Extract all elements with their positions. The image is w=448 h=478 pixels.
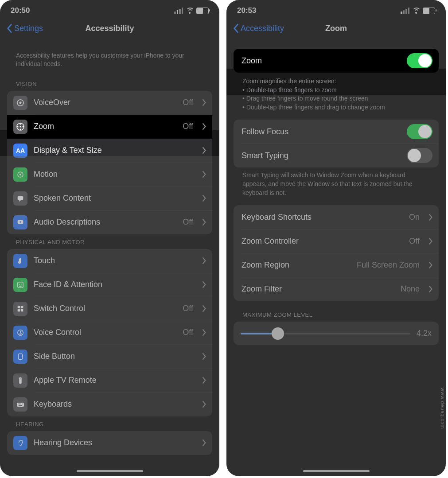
back-button[interactable]: Settings bbox=[6, 23, 43, 33]
smart-typing-toggle[interactable] bbox=[407, 148, 432, 163]
status-time: 20:50 bbox=[11, 6, 30, 15]
row-label: Zoom Controller bbox=[242, 237, 403, 246]
row-keyboard-shortcuts[interactable]: Keyboard Shortcuts On bbox=[234, 205, 439, 229]
row-label: Zoom bbox=[34, 122, 176, 131]
row-hearing-devices[interactable]: Hearing Devices bbox=[7, 431, 212, 455]
row-label: Smart Typing bbox=[242, 151, 401, 160]
spoken-content-icon bbox=[13, 191, 27, 206]
chevron-right-icon bbox=[202, 305, 206, 312]
row-label: Keyboard Shortcuts bbox=[242, 213, 403, 222]
group-zoom-toggle: Zoom bbox=[234, 49, 439, 73]
row-zoom[interactable]: Zoom Off bbox=[7, 115, 212, 139]
chevron-right-icon bbox=[202, 99, 206, 106]
row-faceid[interactable]: Face ID & Attention bbox=[7, 273, 212, 297]
section-header-physical: PHYSICAL AND MOTOR bbox=[7, 234, 212, 249]
chevron-left-icon bbox=[6, 23, 12, 33]
row-value: None bbox=[401, 284, 420, 294]
row-switch-control[interactable]: Switch Control Off bbox=[7, 297, 212, 321]
row-label: Voice Control bbox=[34, 328, 176, 337]
group-vision: VoiceOver Off Zoom Off AA Dis bbox=[7, 91, 212, 234]
svg-rect-13 bbox=[18, 282, 23, 288]
chevron-right-icon bbox=[202, 219, 206, 225]
chevron-right-icon bbox=[202, 171, 206, 178]
row-value: Off bbox=[183, 122, 193, 131]
chevron-left-icon bbox=[233, 23, 239, 33]
row-touch[interactable]: Touch bbox=[7, 249, 212, 273]
row-zoom-region[interactable]: Zoom Region Full Screen Zoom bbox=[234, 253, 439, 277]
chevron-right-icon bbox=[202, 147, 206, 154]
touch-icon bbox=[13, 254, 27, 268]
home-indicator[interactable] bbox=[303, 470, 370, 472]
row-value: Off bbox=[183, 304, 193, 313]
svg-point-15 bbox=[21, 284, 22, 285]
status-bar: 20:53 bbox=[226, 0, 446, 17]
svg-rect-18 bbox=[18, 309, 20, 311]
zoom-toggle[interactable] bbox=[407, 53, 432, 68]
row-voiceover[interactable]: VoiceOver Off bbox=[7, 91, 212, 115]
row-zoom-controller[interactable]: Zoom Controller Off bbox=[234, 229, 439, 253]
slider-value: 4.2x bbox=[417, 329, 432, 338]
row-label: VoiceOver bbox=[34, 98, 176, 107]
row-value: Off bbox=[183, 328, 193, 337]
chevron-right-icon bbox=[202, 439, 206, 446]
svg-rect-29 bbox=[20, 404, 21, 404]
status-time: 20:53 bbox=[237, 6, 256, 15]
row-spoken-content[interactable]: Spoken Content bbox=[7, 187, 212, 210]
audio-descriptions-icon bbox=[13, 215, 27, 229]
row-follow-focus[interactable]: Follow Focus bbox=[234, 120, 439, 144]
battery-icon bbox=[196, 8, 209, 14]
row-side-button[interactable]: Side Button bbox=[7, 345, 212, 369]
row-apple-tv-remote[interactable]: Apple TV Remote bbox=[7, 369, 212, 393]
svg-rect-24 bbox=[19, 377, 21, 384]
apple-tv-remote-icon bbox=[13, 373, 27, 388]
svg-point-12 bbox=[19, 221, 21, 223]
row-zoom-toggle[interactable]: Zoom bbox=[234, 49, 439, 73]
switch-control-icon bbox=[13, 302, 27, 316]
row-motion[interactable]: Motion bbox=[7, 163, 212, 187]
row-zoom-filter[interactable]: Zoom Filter None bbox=[234, 277, 439, 301]
row-label: Audio Descriptions bbox=[34, 218, 176, 227]
voice-control-icon bbox=[13, 326, 27, 340]
group-focus: Follow Focus Smart Typing bbox=[234, 120, 439, 167]
svg-rect-22 bbox=[19, 354, 23, 359]
svg-rect-21 bbox=[20, 330, 21, 333]
row-label: Face ID & Attention bbox=[34, 280, 193, 289]
svg-point-3 bbox=[20, 123, 21, 124]
chevron-right-icon bbox=[429, 286, 432, 292]
chevron-right-icon bbox=[202, 329, 206, 336]
svg-point-9 bbox=[19, 174, 21, 175]
section-header-vision: VISION bbox=[7, 76, 212, 91]
back-label: Settings bbox=[14, 24, 43, 33]
row-label: Keyboards bbox=[34, 400, 193, 409]
svg-point-1 bbox=[19, 101, 22, 104]
zoom-desc-item: Double-tap three fingers and drag to cha… bbox=[242, 103, 430, 112]
chevron-right-icon bbox=[429, 238, 432, 245]
row-display-text-size[interactable]: AA Display & Text Size bbox=[7, 139, 212, 163]
hearing-devices-icon bbox=[13, 436, 27, 450]
row-keyboards[interactable]: Keyboards bbox=[7, 393, 212, 416]
cellular-signal-icon bbox=[174, 8, 183, 14]
svg-rect-26 bbox=[17, 403, 24, 407]
svg-point-25 bbox=[20, 378, 21, 379]
group-zoom-options: Keyboard Shortcuts On Zoom Controller Of… bbox=[234, 205, 439, 301]
home-indicator[interactable] bbox=[77, 470, 143, 472]
svg-point-4 bbox=[20, 128, 21, 130]
row-voice-control[interactable]: Voice Control Off bbox=[7, 321, 212, 345]
row-smart-typing[interactable]: Smart Typing bbox=[234, 144, 439, 167]
svg-point-6 bbox=[23, 126, 24, 127]
row-audio-descriptions[interactable]: Audio Descriptions Off bbox=[7, 210, 212, 234]
keyboards-icon bbox=[13, 397, 27, 412]
wifi-icon bbox=[186, 8, 194, 14]
svg-rect-27 bbox=[18, 404, 19, 404]
row-label: Apple TV Remote bbox=[34, 376, 193, 385]
svg-rect-19 bbox=[21, 309, 23, 311]
chevron-right-icon bbox=[202, 257, 206, 264]
row-label: Zoom Region bbox=[242, 260, 351, 270]
follow-focus-toggle[interactable] bbox=[407, 124, 432, 139]
intro-text: Accessibility features help you customis… bbox=[7, 40, 212, 76]
row-label: Motion bbox=[34, 170, 193, 179]
section-header-max-zoom: MAXIMUM ZOOM LEVEL bbox=[234, 301, 439, 322]
navbar: Accessibility Zoom bbox=[226, 17, 446, 40]
max-zoom-slider[interactable]: 4.2x bbox=[234, 322, 439, 345]
back-button[interactable]: Accessibility bbox=[233, 23, 284, 33]
